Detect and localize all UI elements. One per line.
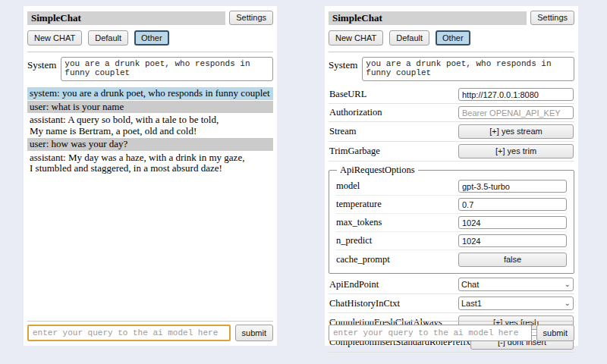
system-prompt-row: System you are a drunk poet, who respond…	[329, 57, 574, 81]
divider	[329, 52, 574, 52]
chat-message-user: user: what is your name	[27, 101, 273, 114]
setting-row-trimgarbage: TrimGarbage [+] yes trim	[329, 142, 574, 162]
chat-session-toolbar: New CHAT Default Other	[329, 30, 574, 46]
settings-form: BaseURL Authorization Stream [+] yes str…	[329, 86, 574, 353]
new-chat-button[interactable]: New CHAT	[27, 30, 82, 46]
trimgarbage-label: TrimGarbage	[329, 146, 380, 157]
cache-prompt-toggle-button[interactable]: false	[458, 253, 567, 267]
header: SimpleChat Settings	[329, 11, 574, 25]
system-prompt-label: System	[27, 57, 56, 81]
submit-button[interactable]: submit	[536, 325, 574, 341]
setting-row-stream: Stream [+] yes stream	[329, 122, 574, 142]
authorization-input[interactable]	[458, 106, 574, 119]
divider	[27, 321, 273, 322]
model-label: model	[336, 180, 360, 192]
chat-message-system: system: you are a drunk poet, who respon…	[27, 87, 273, 100]
n-predict-input[interactable]	[458, 234, 567, 247]
settings-button[interactable]: Settings	[530, 11, 574, 25]
settings-panel: SimpleChat Settings New CHAT Default Oth…	[325, 6, 578, 346]
query-input[interactable]	[27, 325, 231, 341]
new-chat-button[interactable]: New CHAT	[329, 30, 383, 46]
system-prompt-row: System you are a drunk poet, who respond…	[27, 57, 273, 81]
app-title: SimpleChat	[329, 11, 527, 25]
system-prompt-input[interactable]: you are a drunk poet, who responds in fu…	[362, 57, 574, 81]
app-title: SimpleChat	[27, 11, 225, 25]
chat-message-list: system: you are a drunk poet, who respon…	[27, 87, 273, 175]
chat-panel: SimpleChat Settings New CHAT Default Oth…	[24, 6, 277, 346]
stream-toggle-button[interactable]: [+] yes stream	[458, 124, 574, 139]
system-prompt-input[interactable]: you are a drunk poet, who responds in fu…	[61, 57, 273, 81]
chat-history-select[interactable]: Last1	[458, 297, 574, 310]
setting-row-cache-prompt: cache_prompt false	[335, 250, 568, 269]
divider	[27, 52, 273, 52]
tab-default[interactable]: Default	[389, 30, 429, 46]
chat-session-toolbar: New CHAT Default Other	[27, 30, 273, 46]
api-request-options-legend: ApiRequestOptions	[337, 165, 418, 176]
authorization-label: Authorization	[329, 107, 382, 118]
query-area: submit	[27, 318, 273, 341]
setting-row-model: model	[335, 177, 568, 196]
baseurl-input[interactable]	[458, 88, 574, 101]
setting-row-temperature: temperature	[335, 196, 568, 214]
api-endpoint-select[interactable]: Chat	[458, 278, 574, 291]
trimgarbage-toggle-button[interactable]: [+] yes trim	[458, 144, 574, 158]
api-request-options-fieldset: ApiRequestOptions model temperature max_…	[329, 165, 574, 274]
chat-message-assistant: assistant: A query so bold, with a tale …	[27, 114, 273, 137]
n-predict-label: n_predict	[336, 235, 372, 246]
chat-message-assistant: assistant: My day was a haze, with a dri…	[27, 152, 273, 175]
stream-label: Stream	[329, 126, 356, 137]
temperature-input[interactable]	[458, 198, 567, 211]
setting-row-chat-history: ChatHistoryInCtxt Last1 ⌄	[329, 294, 574, 313]
setting-row-authorization: Authorization	[329, 104, 574, 122]
setting-row-n-predict: n_predict	[335, 232, 568, 250]
chat-history-label: ChatHistoryInCtxt	[329, 298, 400, 309]
tab-default[interactable]: Default	[88, 30, 128, 46]
chat-message-user: user: how was your day?	[27, 138, 273, 151]
cache-prompt-label: cache_prompt	[336, 254, 390, 265]
model-input[interactable]	[458, 180, 567, 193]
setting-row-baseurl: BaseURL	[329, 86, 574, 104]
setting-row-max-tokens: max_tokens	[335, 214, 568, 232]
tab-other[interactable]: Other	[436, 30, 470, 46]
system-prompt-label: System	[329, 57, 357, 81]
setting-row-api-endpoint: ApiEndPoint Chat ⌄	[329, 275, 574, 294]
header: SimpleChat Settings	[27, 11, 273, 25]
temperature-label: temperature	[336, 199, 382, 210]
submit-button[interactable]: submit	[235, 325, 273, 341]
baseurl-label: BaseURL	[329, 89, 366, 100]
max-tokens-label: max_tokens	[336, 217, 382, 228]
query-area: submit	[329, 318, 574, 341]
divider	[329, 321, 574, 322]
tab-other[interactable]: Other	[134, 30, 169, 46]
api-endpoint-label: ApiEndPoint	[329, 279, 379, 290]
settings-button[interactable]: Settings	[229, 11, 273, 25]
max-tokens-input[interactable]	[458, 216, 567, 229]
query-input[interactable]	[329, 325, 532, 341]
